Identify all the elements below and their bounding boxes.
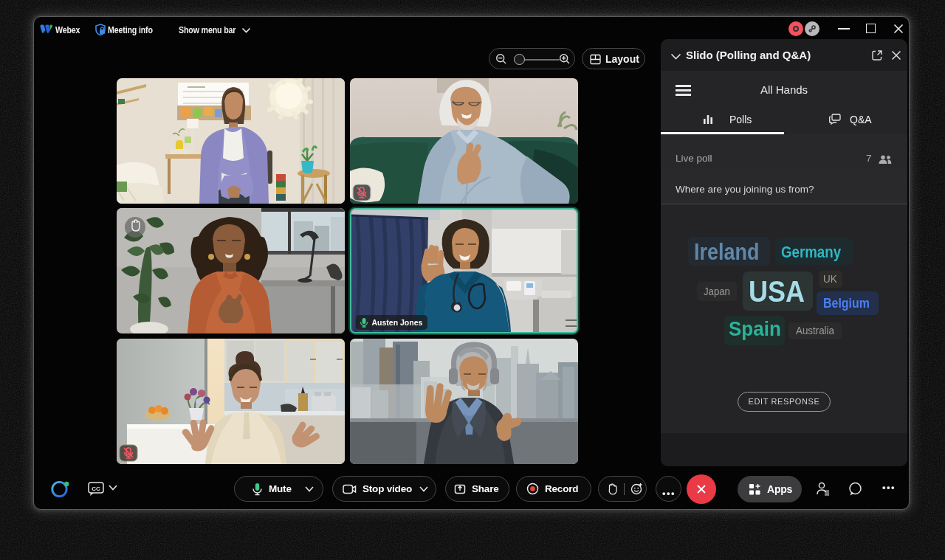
svg-text:CC: CC <box>92 485 100 492</box>
